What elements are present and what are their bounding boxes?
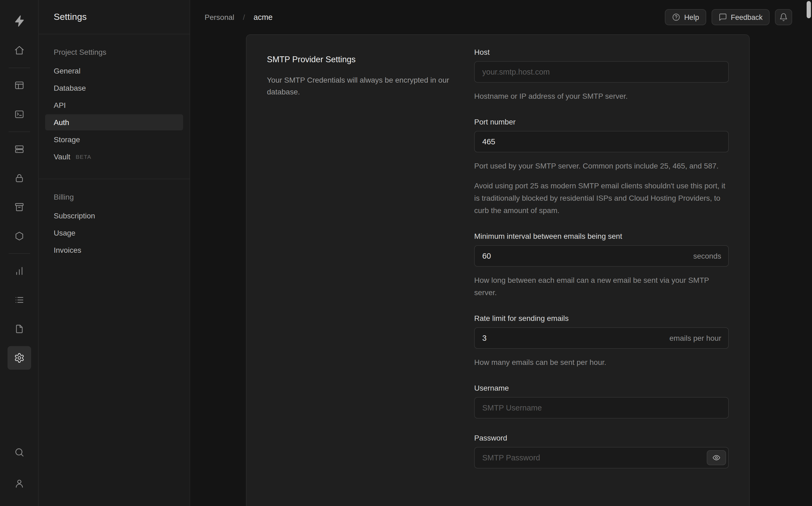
port-help-text: Port used by your SMTP server. Common po… xyxy=(474,160,729,172)
panel-title: SMTP Provider Settings xyxy=(267,55,455,64)
section-header-billing: Billing xyxy=(54,193,174,201)
password-input[interactable] xyxy=(474,447,729,469)
sidebar-item-auth[interactable]: Auth xyxy=(45,114,183,131)
password-field-group: Password xyxy=(474,434,729,469)
search-icon xyxy=(14,447,24,458)
nav-settings-button[interactable] xyxy=(7,346,31,370)
nav-database-button[interactable] xyxy=(7,137,31,161)
rail-divider xyxy=(8,132,30,132)
port-label: Port number xyxy=(474,117,729,126)
host-field-group: Host Hostname or IP address of your SMTP… xyxy=(474,48,729,102)
nav-sql-editor-button[interactable] xyxy=(7,102,31,126)
reports-icon xyxy=(14,266,24,276)
panel-description: Your SMTP Credentials will always be enc… xyxy=(267,74,455,98)
port-note-text: Avoid using port 25 as modern SMTP email… xyxy=(474,180,729,217)
breadcrumb-project[interactable]: acme xyxy=(253,13,273,21)
settings-sidebar: Settings Project Settings General Databa… xyxy=(39,0,190,506)
rate-limit-label: Rate limit for sending emails xyxy=(474,314,729,323)
nav-table-editor-button[interactable] xyxy=(7,74,31,97)
beta-badge: BETA xyxy=(76,154,91,160)
port-input-wrap xyxy=(474,131,729,152)
password-label: Password xyxy=(474,434,729,442)
edge-functions-icon xyxy=(14,231,24,242)
database-icon xyxy=(14,144,24,155)
smtp-settings-intro: SMTP Provider Settings Your SMTP Credent… xyxy=(246,35,466,506)
eye-icon xyxy=(712,453,721,462)
help-button-label: Help xyxy=(684,13,699,21)
sidebar-item-general[interactable]: General xyxy=(45,63,183,79)
storage-icon xyxy=(14,202,24,213)
rate-limit-help-text: How many emails can be sent per hour. xyxy=(474,356,729,369)
sidebar-item-vault[interactable]: Vault BETA xyxy=(45,149,183,165)
logs-icon xyxy=(14,294,24,305)
smtp-settings-panel: SMTP Provider Settings Your SMTP Credent… xyxy=(246,34,750,506)
nav-reports-button[interactable] xyxy=(7,259,31,283)
topbar: Personal / acme Help Feedback xyxy=(190,0,812,34)
sidebar-item-invoices[interactable]: Invoices xyxy=(45,242,183,258)
sql-editor-icon xyxy=(14,109,24,120)
feedback-button-label: Feedback xyxy=(731,13,762,21)
host-input[interactable] xyxy=(474,61,729,83)
username-label: Username xyxy=(474,384,729,392)
nav-storage-button[interactable] xyxy=(7,195,31,219)
sidebar-item-subscription[interactable]: Subscription xyxy=(45,208,183,224)
scrollbar-thumb[interactable] xyxy=(807,1,811,18)
home-icon xyxy=(14,45,24,56)
nav-auth-button[interactable] xyxy=(7,166,31,190)
port-input[interactable] xyxy=(474,131,729,152)
rate-limit-input[interactable] xyxy=(474,327,729,349)
host-help-text: Hostname or IP address of your SMTP serv… xyxy=(474,90,729,102)
sidebar-item-label: Vault xyxy=(54,152,70,161)
help-circle-icon xyxy=(672,13,680,21)
breadcrumb-separator: / xyxy=(243,13,245,21)
host-input-wrap xyxy=(474,61,729,83)
username-input[interactable] xyxy=(474,397,729,419)
rate-limit-field-group: Rate limit for sending emails emails per… xyxy=(474,314,729,369)
host-label: Host xyxy=(474,48,729,56)
rail-divider xyxy=(8,68,30,68)
nav-docs-button[interactable] xyxy=(7,317,31,341)
sidebar-item-database[interactable]: Database xyxy=(45,80,183,96)
min-interval-help-text: How long between each email can a new em… xyxy=(474,274,729,299)
search-button[interactable] xyxy=(7,440,31,464)
min-interval-field-group: Minimum interval between emails being se… xyxy=(474,232,729,299)
notifications-bell-icon xyxy=(779,13,788,21)
feedback-bubble-icon xyxy=(718,13,727,21)
notifications-button[interactable] xyxy=(775,9,792,25)
sidebar-title: Settings xyxy=(54,11,87,22)
nav-rail xyxy=(0,0,39,506)
rail-nav xyxy=(7,38,31,370)
sidebar-item-api[interactable]: API xyxy=(45,97,183,113)
nav-home-button[interactable] xyxy=(7,38,31,62)
breadcrumb-org[interactable]: Personal xyxy=(205,13,234,21)
account-icon xyxy=(14,478,24,489)
account-button[interactable] xyxy=(7,472,31,495)
help-button[interactable]: Help xyxy=(665,9,706,25)
username-field-group: Username xyxy=(474,384,729,419)
table-editor-icon xyxy=(14,80,24,91)
page-scrollbar[interactable] xyxy=(806,0,812,506)
nav-logs-button[interactable] xyxy=(7,288,31,312)
rate-limit-input-wrap: emails per hour xyxy=(474,327,729,349)
nav-edge-functions-button[interactable] xyxy=(7,224,31,248)
app-root: Settings Project Settings General Databa… xyxy=(0,0,812,506)
sidebar-item-storage[interactable]: Storage xyxy=(45,132,183,148)
username-input-wrap xyxy=(474,397,729,419)
min-interval-input-wrap: seconds xyxy=(474,245,729,267)
rail-bottom xyxy=(7,440,31,495)
min-interval-input[interactable] xyxy=(474,245,729,267)
sidebar-header: Settings xyxy=(39,0,190,34)
port-field-group: Port number Port used by your SMTP serve… xyxy=(474,117,729,217)
sidebar-nav: Project Settings General Database API Au… xyxy=(39,34,190,270)
sidebar-divider xyxy=(39,179,190,179)
settings-gear-icon xyxy=(14,352,24,363)
feedback-button[interactable]: Feedback xyxy=(711,9,769,25)
section-header-project-settings: Project Settings xyxy=(54,48,174,56)
password-input-wrap xyxy=(474,447,729,469)
min-interval-label: Minimum interval between emails being se… xyxy=(474,232,729,240)
rail-divider xyxy=(8,253,30,254)
supabase-logo[interactable] xyxy=(13,14,25,28)
sidebar-item-usage[interactable]: Usage xyxy=(45,225,183,241)
password-visibility-toggle[interactable] xyxy=(707,450,726,465)
auth-lock-icon xyxy=(14,173,24,183)
